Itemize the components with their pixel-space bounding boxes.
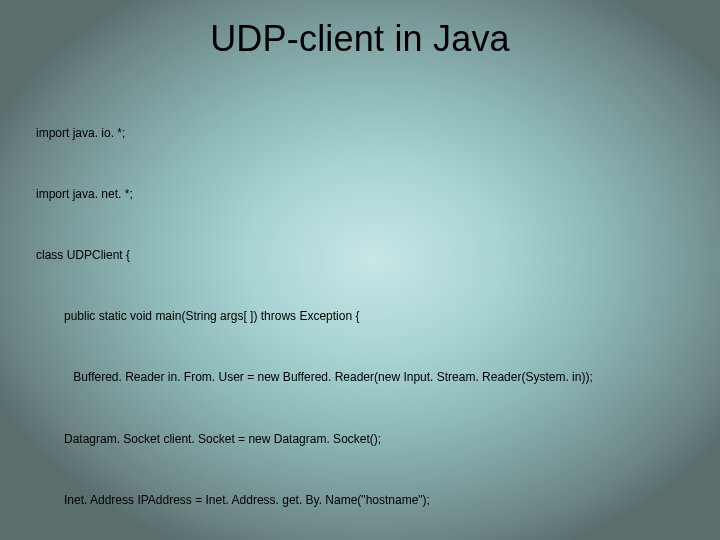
code-line: import java. net. *; xyxy=(36,184,684,204)
code-line: import java. io. *; xyxy=(36,123,684,143)
code-line: class UDPClient { xyxy=(36,245,684,265)
code-line: Inet. Address IPAddress = Inet. Address.… xyxy=(36,490,684,510)
code-line: Datagram. Socket client. Socket = new Da… xyxy=(36,429,684,449)
code-line: public static void main(String args[ ]) … xyxy=(36,306,684,326)
slide-title: UDP-client in Java xyxy=(36,18,684,60)
code-block: import java. io. *; import java. net. *;… xyxy=(36,82,684,540)
slide: UDP-client in Java import java. io. *; i… xyxy=(0,0,720,540)
code-line: Buffered. Reader in. From. User = new Bu… xyxy=(36,367,684,387)
